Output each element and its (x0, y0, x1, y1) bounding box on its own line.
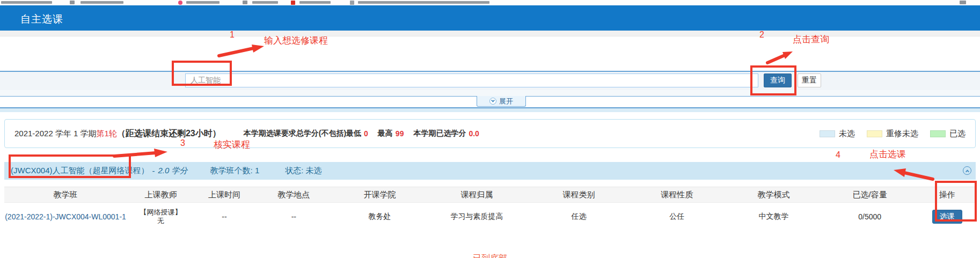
annotation-rect-action (935, 181, 977, 222)
annotation-step1-number: 1 (230, 30, 235, 40)
bookmark-folder-icon[interactable] (70, 1, 75, 4)
credits-selected-value: 0.0 (469, 129, 479, 138)
semester-info-panel: 2021-2022 学年 1 学期 第1轮 （距选课结束还剩23小时） 本学期选… (4, 119, 976, 148)
credits-selected-label: 本学期已选学分 (413, 129, 466, 138)
bookmark-item[interactable] (299, 1, 331, 4)
legend-label: 已选 (949, 129, 966, 139)
bookmark-item[interactable] (186, 1, 220, 4)
selection-countdown: （距选课结束还剩23小时） (117, 128, 221, 139)
class-belong: 学习与素质提高 (426, 212, 528, 222)
search-panel-bottom-band (0, 90, 980, 96)
annotation-arrow-1 (219, 45, 264, 56)
annotation-step4-text: 点击选课 (869, 148, 906, 160)
legend-item-retake-unselected: 重修未选 (867, 129, 918, 139)
expand-toggle-label: 展开 (499, 97, 513, 106)
class-category: 任选 (528, 212, 630, 222)
annotation-step1-text: 输入想选修课程 (264, 34, 328, 47)
semester-term: 2021-2022 学年 1 学期 (14, 129, 97, 139)
bookmark-pink-dot-icon[interactable] (178, 1, 182, 5)
status-legend: 未选 重修未选 已选 (820, 129, 966, 139)
class-mode: 中文教学 (724, 212, 823, 222)
legend-item-unselected: 未选 (820, 129, 855, 139)
legend-swatch-retake (867, 130, 882, 137)
course-status: 状态: 未选 (285, 166, 321, 176)
credits-rule-label: 本学期选课要求总学分(不包括)最低 (244, 129, 361, 138)
class-nature: 公任 (630, 212, 725, 222)
bookmark-gray-square-icon[interactable] (350, 1, 354, 5)
col-header-college: 开课学院 (334, 190, 426, 200)
col-header-class: 教学班 (4, 190, 127, 200)
annotation-step3-number: 3 (180, 138, 185, 148)
class-capacity: 0/5000 (823, 212, 917, 221)
teacher-cell: 【网络授课】 无 (127, 208, 195, 225)
annotation-step2-number: 2 (759, 30, 764, 40)
legend-label: 未选 (839, 129, 855, 139)
header-substrip (0, 31, 980, 36)
class-place: -- (254, 212, 333, 221)
col-header-mode: 教学模式 (724, 190, 823, 200)
bookmark-item[interactable] (358, 1, 489, 4)
class-time: -- (195, 212, 254, 221)
annotation-step4-number: 4 (836, 150, 840, 160)
teacher-name: 无 (127, 217, 195, 225)
annotation-step2-text: 点击查询 (793, 33, 829, 46)
bottom-hint-text: 已到底部 (0, 253, 980, 258)
col-header-teacher: 上课教师 (127, 190, 195, 200)
course-search-input[interactable] (185, 73, 758, 87)
legend-swatch-selected (930, 130, 946, 137)
legend-label: 重修未选 (886, 129, 918, 139)
bookmark-folder-icon[interactable] (960, 1, 966, 4)
legend-swatch-unselected (820, 130, 835, 137)
col-header-category: 课程类别 (528, 190, 630, 200)
bookmark-item[interactable] (252, 1, 278, 4)
col-header-nature: 课程性质 (630, 190, 725, 200)
app-header: 自主选课 (0, 5, 980, 31)
annotation-rect-course (9, 154, 131, 178)
search-panel: 查询 重置 (0, 72, 980, 91)
browser-bookmarks-bar (0, 0, 980, 5)
collapse-toggle-icon[interactable] (963, 166, 971, 175)
annotation-step3-text: 核实课程 (214, 138, 250, 151)
bookmark-folder-icon[interactable] (243, 1, 247, 4)
course-class-count: 教学班个数: 1 (210, 166, 260, 176)
reset-button[interactable]: 重置 (798, 73, 821, 87)
bookmark-item[interactable] (1, 1, 52, 4)
chevron-down-circle-icon (489, 98, 496, 105)
divider-strip (0, 108, 980, 112)
teacher-tag: 【网络授课】 (127, 208, 195, 217)
class-college: 教务处 (334, 212, 426, 222)
annotation-rect-input (172, 61, 232, 86)
col-header-belong: 课程归属 (426, 190, 528, 200)
table-row: (2021-2022-1)-JWCX004-WL0001-1 【网络授课】 无 … (4, 203, 976, 231)
course-table-header: 教学班 上课教师 上课时间 教学地点 开课学院 课程归属 课程类别 课程性质 教… (4, 187, 976, 203)
page: 自主选课 查询 重置 展开 2021-2022 学年 1 学期 第1轮 （距选课… (0, 0, 980, 258)
annotation-rect-query (750, 65, 796, 95)
col-header-capacity: 已选/容量 (823, 190, 917, 200)
credits-min-value: 0 (364, 129, 368, 138)
annotation-arrow-2 (767, 51, 793, 63)
col-header-time: 上课时间 (195, 190, 254, 200)
credits-max-label: 最高 (378, 129, 393, 138)
page-title: 自主选课 (20, 12, 63, 26)
selection-round: 第1轮 (97, 129, 117, 139)
col-header-place: 教学地点 (254, 190, 333, 200)
expand-toggle-tab[interactable]: 展开 (477, 96, 526, 107)
legend-item-selected: 已选 (930, 129, 966, 139)
course-credits: 2.0 学分 (158, 166, 188, 176)
bookmark-red-square-icon[interactable] (291, 1, 295, 5)
teaching-class-link[interactable]: (2021-2022-1)-JWCX004-WL0001-1 (5, 212, 126, 221)
bookmark-item[interactable] (81, 1, 123, 4)
course-group-bar[interactable]: (JWCX004)人工智能（超星网络课程） - 2.0 学分 教学班个数: 1 … (4, 162, 976, 180)
course-title-dash: - (152, 166, 155, 175)
credits-max-value: 99 (396, 129, 404, 138)
